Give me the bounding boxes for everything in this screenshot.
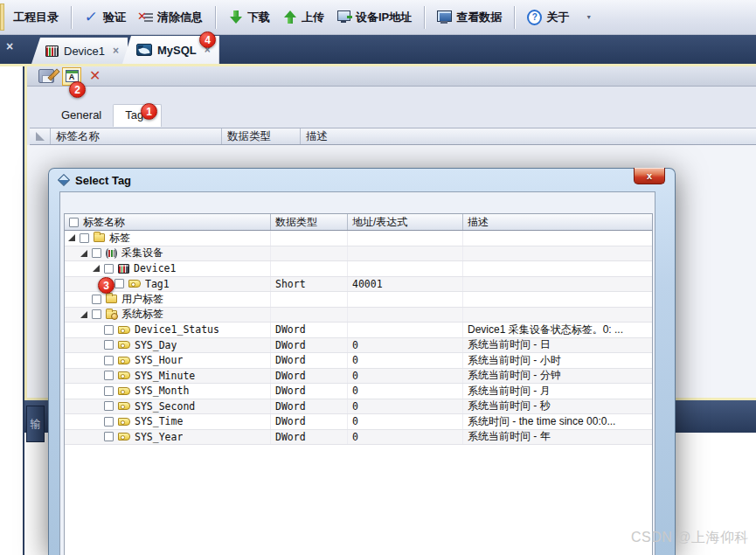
toolbar-button-upload[interactable]: 上传 <box>276 6 330 29</box>
expander-icon[interactable] <box>68 234 75 241</box>
tag-row-SYS_Minute[interactable]: SYS_MinuteDWord0系统当前时间 - 分钟 <box>65 369 652 385</box>
step-badge-3: 3 <box>98 277 114 294</box>
tag-address <box>348 246 463 261</box>
tag-row-Tag1[interactable]: Tag1Short40001 <box>65 277 652 293</box>
toolbar-button-label: 上传 <box>302 10 324 25</box>
dialog-close-button[interactable]: x <box>634 168 665 184</box>
tag-checkbox[interactable] <box>104 264 114 274</box>
tag-checkbox[interactable] <box>92 309 101 319</box>
arrow-down-icon <box>228 10 243 24</box>
tag-data-type <box>271 261 348 276</box>
toolbar-button-more[interactable] <box>575 6 602 28</box>
tag-row-Device1[interactable]: Device1 <box>65 261 652 277</box>
tag-checkbox[interactable] <box>114 279 124 288</box>
docked-panel-edge <box>0 3 4 31</box>
tag-row-SYS_Time[interactable]: SYS_TimeDWord0系统时间 - the time since 00:0… <box>65 414 652 430</box>
tag-address: 40001 <box>348 277 463 292</box>
main-toolbar-items: 工程目录验证清除信息下载上传设备IP地址查看数据关于 <box>7 6 602 29</box>
tag-checkbox[interactable] <box>104 417 114 427</box>
tab-device1-close-icon[interactable]: × <box>113 45 119 57</box>
step-badge-4: 4 <box>199 31 216 48</box>
tag-icon <box>118 402 130 410</box>
tag-row-标签[interactable]: 标签 <box>65 231 652 246</box>
tag-row-SYS_Month[interactable]: SYS_MonthDWord0系统当前时间 - 月 <box>65 384 652 399</box>
tab-general[interactable]: General <box>50 105 113 127</box>
dialog-titlebar[interactable]: Select Tag x <box>49 169 675 191</box>
toolbar-button-project-dir[interactable]: 工程目录 <box>7 6 65 29</box>
column-description[interactable]: 描述 <box>301 128 756 144</box>
header-data-type[interactable]: 数据类型 <box>271 214 348 230</box>
toolbar-button-label: 工程目录 <box>13 10 59 25</box>
tag-checkbox[interactable] <box>104 356 114 365</box>
tag-row-SYS_Day[interactable]: SYS_DayDWord0系统当前时间 - 日 <box>65 338 652 354</box>
toolbar-button-view-data[interactable]: 查看数据 <box>431 6 508 29</box>
tag-row-SYS_Year[interactable]: SYS_YearDWord0系统当前时间 - 年 <box>65 430 652 446</box>
tag-checkbox[interactable] <box>104 340 114 350</box>
tag-row-用户标签[interactable]: 用户标签 <box>65 292 652 308</box>
tag-name: SYS_Hour <box>135 354 183 366</box>
tag-description: 系统当前时间 - 月 <box>463 384 652 399</box>
device-group-icon <box>106 248 117 259</box>
toolbar-button-label: 查看数据 <box>456 10 502 25</box>
toolbar-button-clear-info[interactable]: 清除信息 <box>132 6 209 29</box>
tag-checkbox[interactable] <box>92 248 101 258</box>
select-all-checkbox[interactable] <box>69 218 79 227</box>
tag-icon <box>118 357 130 364</box>
tag-icon <box>118 387 130 395</box>
document-tabs: Device1 × MySQL × <box>31 35 214 64</box>
toolbar-button-about[interactable]: 关于 <box>521 6 575 29</box>
row-selector-header[interactable] <box>30 128 51 144</box>
device-rack-icon <box>45 45 59 57</box>
expander-icon[interactable] <box>93 265 100 272</box>
tag-data-type: DWord <box>271 399 348 414</box>
dialog-title: Select Tag <box>75 174 131 187</box>
tag-checkbox[interactable] <box>80 233 89 243</box>
output-panel-tab[interactable]: 输 <box>26 406 45 442</box>
tag-name: 系统标签 <box>121 308 163 323</box>
expander-icon[interactable] <box>80 250 87 257</box>
close-panel-icon[interactable]: × <box>6 40 13 52</box>
tag-table-header: 标签名称 数据类型 地址/表达式 描述 <box>65 214 652 231</box>
save-icon[interactable] <box>38 69 54 83</box>
toolbar-button-label: 下载 <box>247 10 270 25</box>
toolbar-button-validate[interactable]: 验证 <box>78 6 132 29</box>
delete-icon[interactable]: ✕ <box>89 69 101 83</box>
step-badge-2: 2 <box>69 81 86 98</box>
tag-description <box>463 308 652 323</box>
tag-data-type: DWord <box>271 430 348 445</box>
expander-icon[interactable] <box>80 311 87 318</box>
tag-address <box>348 231 463 246</box>
tag-address <box>348 323 463 337</box>
tag-row-SYS_Second[interactable]: SYS_SecondDWord0系统当前时间 - 秒 <box>65 399 652 415</box>
tag-checkbox[interactable] <box>104 386 114 396</box>
tag-checkbox[interactable] <box>104 401 114 411</box>
tag-row-SYS_Hour[interactable]: SYS_HourDWord0系统当前时间 - 小时 <box>65 353 652 369</box>
tag-name: SYS_Day <box>135 339 177 351</box>
column-tag-name[interactable]: 标签名称 <box>51 128 222 144</box>
tag-description: 系统当前时间 - 分钟 <box>463 369 652 384</box>
tag-checkbox[interactable] <box>92 295 101 304</box>
tag-icon <box>118 326 130 334</box>
tab-mysql-label: MySQL <box>157 44 197 57</box>
tag-row-采集设备[interactable]: 采集设备 <box>65 246 652 262</box>
tag-row-系统标签[interactable]: 系统标签 <box>65 308 652 323</box>
tag-data-type <box>271 292 348 307</box>
tag-data-type: DWord <box>271 338 348 353</box>
tag-name: Tag1 <box>145 278 170 290</box>
tag-name: 标签 <box>109 231 130 246</box>
toolbar-button-device-ip[interactable]: 设备IP地址 <box>330 6 418 29</box>
tag-row-Device1_Status[interactable]: Device1_StatusDWordDevice1 采集设备状态标签。0: .… <box>65 323 652 338</box>
tag-checkbox[interactable] <box>104 432 114 441</box>
tab-device1[interactable]: Device1 × <box>31 38 128 64</box>
header-description[interactable]: 描述 <box>463 214 652 230</box>
header-tag-name[interactable]: 标签名称 <box>65 214 271 230</box>
tag-description: Device1 采集设备状态标签。0: ... <box>463 323 652 337</box>
header-address[interactable]: 地址/表达式 <box>348 214 463 230</box>
header-tag-name-label: 标签名称 <box>83 215 125 230</box>
toolbar-button-download[interactable]: 下载 <box>222 6 276 29</box>
tag-name: Device1_Status <box>135 323 219 336</box>
column-data-type[interactable]: 数据类型 <box>222 128 301 144</box>
tag-checkbox[interactable] <box>104 371 114 380</box>
mysql-dolphin-icon <box>136 44 152 56</box>
tag-checkbox[interactable] <box>104 325 114 335</box>
